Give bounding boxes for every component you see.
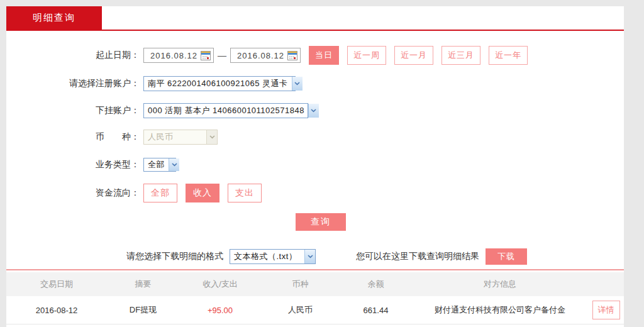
currency-select: 人民币 [143,130,218,145]
download-button[interactable]: 下载 [486,248,527,265]
fund-flow-all-button[interactable]: 全部 [143,184,177,202]
header-summary: 摘要 [107,279,179,290]
register-account-select[interactable]: 南平 6222001406100921065 灵通卡 [143,76,296,91]
table-top-divider [6,269,624,270]
calendar-icon[interactable] [201,51,211,60]
download-hint-text: 您可以在这里下载查询明细结果 [356,251,479,262]
fund-flow-row: 资金流向： 全部 收入 支出 [6,184,624,202]
header-balance: 余额 [340,279,412,290]
date-range-row: 起止日期： 2016.08.12 — 2016.08.12 当日 近一周 [6,47,624,64]
cell-summary: DF提现 [107,304,179,316]
download-format-value: 文本格式（.txt） [234,251,297,262]
cell-counterparty: 财付通支付科技有限公司客户备付金 [412,304,588,316]
chevron-down-icon [308,104,319,118]
currency-row: 币 种： 人民币 [6,129,624,145]
register-account-row: 请选择注册账户： 南平 6222001406100921065 灵通卡 [6,75,624,92]
tab-detail-query[interactable]: 明细查询 [6,6,102,30]
currency-label: 币 种： [6,131,140,143]
query-button[interactable]: 查询 [296,213,346,231]
date-range-label: 起止日期： [6,50,140,61]
cell-amount: +95.00 [179,306,261,315]
start-date-input[interactable]: 2016.08.12 [143,48,214,63]
quick-range-today-button[interactable]: 当日 [309,46,339,65]
end-date-input[interactable]: 2016.08.12 [230,48,301,63]
currency-value: 人民币 [148,131,174,143]
tab-underline-divider [6,30,624,31]
cell-currency: 人民币 [261,304,340,316]
cell-balance: 661.44 [340,306,412,315]
start-date-value: 2016.08.12 [150,51,197,60]
quick-range-month-button[interactable]: 近一月 [394,46,433,65]
end-date-value: 2016.08.12 [237,51,284,60]
table-header-row: 交易日期 摘要 收入/支出 币种 余额 对方信息 [6,272,624,296]
business-type-row: 业务类型： 全部 [6,157,624,172]
chevron-down-icon [304,250,315,263]
header-income-expense: 收入/支出 [179,279,261,290]
quick-range-year-button[interactable]: 近一年 [489,46,528,65]
chevron-down-icon [292,77,303,91]
header-currency: 币种 [261,279,340,290]
calendar-icon[interactable] [287,51,297,60]
tab-bar: 明细查询 [6,6,624,30]
page: 明细查询 起止日期： 2016.08.12 — 2016.08.12 [0,0,644,327]
detail-query-panel: 明细查询 起止日期： 2016.08.12 — 2016.08.12 [6,6,624,327]
register-account-value: 南平 6222001406100921065 灵通卡 [148,78,288,89]
sub-account-select[interactable]: 000 活期 基本户 1406600101102571848 [143,103,308,118]
download-format-label: 请您选择下载明细的格式 [6,251,223,262]
quick-range-3month-button[interactable]: 近三月 [441,46,480,65]
quick-range-week-button[interactable]: 近一周 [347,46,386,65]
sub-account-label: 下挂账户： [6,105,140,116]
download-row: 请您选择下载明细的格式 文本格式（.txt） 您可以在这里下载查询明细结果 下载 [6,248,624,265]
sub-account-row: 下挂账户： 000 活期 基本户 1406600101102571848 [6,103,624,119]
fund-flow-expense-button[interactable]: 支出 [228,184,262,202]
register-account-label: 请选择注册账户： [6,78,140,89]
detail-button[interactable]: 详情 [592,301,620,319]
sub-account-value: 000 活期 基本户 1406600101102571848 [148,105,304,116]
chevron-down-icon [169,158,179,171]
fund-flow-label: 资金流向： [6,187,140,199]
chevron-down-icon [206,130,217,144]
business-type-select[interactable]: 全部 [143,158,176,172]
download-format-select[interactable]: 文本格式（.txt） [230,249,316,264]
business-type-label: 业务类型： [6,159,140,170]
business-type-value: 全部 [148,159,165,170]
date-range-separator: — [218,50,226,60]
header-trade-date: 交易日期 [6,279,107,290]
fund-flow-income-button[interactable]: 收入 [186,184,219,202]
table-row: 2016-08-12 DF提现 +95.00 人民币 661.44 财付通支付科… [6,296,624,324]
cell-trade-date: 2016-08-12 [6,306,107,315]
cell-action: 详情 [588,301,624,319]
header-counterparty: 对方信息 [412,279,588,290]
